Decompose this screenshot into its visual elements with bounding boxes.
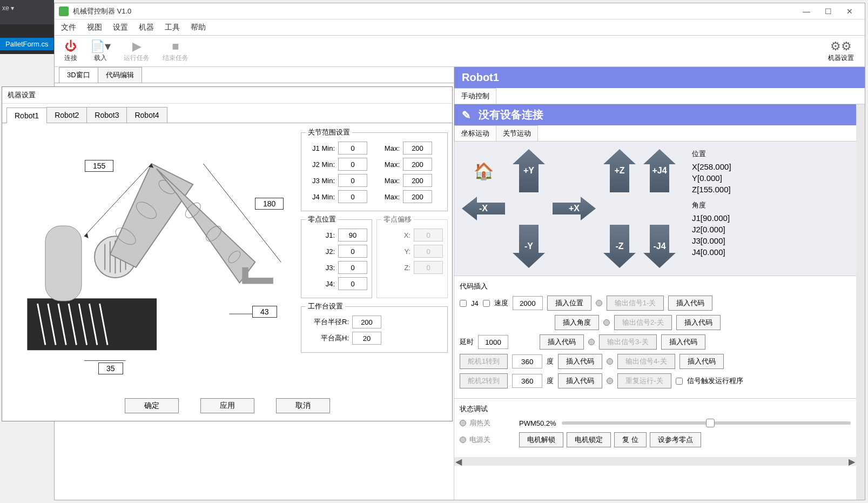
jog-panel: 🏠 -X +Y -Y +X	[454, 142, 856, 276]
dim-43: 43	[252, 306, 277, 318]
motor-unlock-button[interactable]: 电机解锁	[519, 432, 563, 447]
maximize-button[interactable]: ☐	[817, 4, 839, 19]
run-task-button[interactable]: ▶ 运行任务	[118, 37, 155, 65]
servo2-value[interactable]	[512, 374, 542, 388]
machine-settings-button[interactable]: ⚙⚙ 机器设置	[822, 37, 860, 65]
cancel-button[interactable]: 取消	[276, 398, 330, 413]
jog-plus-x[interactable]: +X	[553, 197, 596, 220]
insert-position-button[interactable]: 插入位置	[547, 296, 591, 311]
connect-button[interactable]: ⏻ 连接	[59, 37, 83, 65]
tab-manual-control[interactable]: 手动控制	[454, 88, 496, 104]
zero-j2-input[interactable]	[338, 245, 367, 258]
pencil-icon: ✎	[462, 109, 471, 122]
jog-minus-x[interactable]: -X	[462, 197, 505, 220]
servo1-button[interactable]: 舵机1转到	[460, 354, 508, 369]
set-home-button[interactable]: 设参考零点	[650, 432, 701, 447]
output-signal-1-button[interactable]: 输出信号1-关	[607, 296, 664, 311]
motor-lock-button[interactable]: 电机锁定	[567, 432, 611, 447]
menubar: 文件 视图 设置 机器 工具 帮助	[55, 19, 865, 36]
svg-rect-0	[27, 298, 157, 350]
tab-code-edit[interactable]: 代码编辑	[98, 67, 142, 83]
delay-input[interactable]	[478, 335, 508, 349]
j3-max-input[interactable]	[403, 174, 432, 187]
platform-radius-input[interactable]	[352, 316, 381, 328]
j4-min-input[interactable]	[338, 190, 367, 203]
jog-plus-j4[interactable]: +J4	[643, 149, 676, 192]
j2-min-input[interactable]	[338, 158, 367, 171]
jog-minus-z[interactable]: -Z	[603, 225, 636, 268]
robot-tab-2[interactable]: Robot2	[46, 107, 87, 123]
menu-tools[interactable]: 工具	[165, 23, 180, 32]
angle-j2: J2[0.000]	[692, 225, 731, 234]
j1-min-input[interactable]	[338, 142, 367, 155]
robot-tab-3[interactable]: Robot3	[86, 107, 127, 123]
tab-joint-motion[interactable]: 关节运动	[496, 125, 538, 141]
j4-max-input[interactable]	[403, 190, 432, 203]
reset-button[interactable]: 复 位	[614, 432, 647, 447]
speed-input[interactable]	[513, 296, 543, 310]
servo1-value[interactable]	[512, 354, 542, 368]
ide-tab[interactable]: PalletForm.cs	[0, 38, 53, 50]
angle-j3: J3[0.000]	[692, 236, 731, 245]
code-insert-panel: 代码插入 J4 速度 插入位置 输出信号1-关 插入代码 插入角度 输出信号2-…	[454, 276, 856, 398]
load-button[interactable]: 📄▾ 载入	[85, 37, 116, 65]
output-signal-3-button[interactable]: 输出信号3-关	[599, 334, 657, 350]
menu-file[interactable]: 文件	[61, 23, 76, 32]
repeat-run-button[interactable]: 重复运行-关	[617, 373, 671, 388]
j4-checkbox[interactable]	[460, 300, 467, 307]
menu-machine[interactable]: 机器	[139, 23, 154, 32]
dim-180: 180	[255, 198, 284, 210]
jog-plus-y[interactable]: +Y	[513, 149, 545, 192]
signal-trigger-checkbox[interactable]	[676, 378, 683, 385]
tab-3d-window[interactable]: 3D窗口	[59, 67, 98, 83]
j2-max-input[interactable]	[403, 158, 432, 171]
output-signal-2-button[interactable]: 输出信号2-关	[614, 315, 672, 330]
jog-plus-z[interactable]: +Z	[603, 149, 636, 192]
servo2-button[interactable]: 舵机2转到	[460, 373, 508, 388]
menu-settings[interactable]: 设置	[113, 23, 128, 32]
tab-coord-motion[interactable]: 坐标运动	[454, 125, 496, 141]
speed-checkbox[interactable]	[483, 300, 490, 307]
toolbar: ⏻ 连接 📄▾ 载入 ▶ 运行任务 ■ 结束任务 ⚙⚙ 机器设置	[55, 36, 865, 67]
insert-code-servo2-button[interactable]: 插入代码	[558, 373, 602, 388]
joint-range-fieldset: 关节范围设置 J1 Min:Max: J2 Min:Max: J3 Min:Ma…	[301, 128, 448, 211]
fan-status: 扇热关	[469, 418, 490, 428]
horizontal-scrollbar[interactable]: ◀▶	[454, 457, 856, 466]
home-icon[interactable]: 🏠	[474, 162, 494, 180]
insert-code-4-button[interactable]: 插入代码	[679, 354, 724, 369]
gear-icon: ⚙⚙	[830, 39, 852, 53]
ok-button[interactable]: 确定	[125, 398, 179, 413]
zero-j1-input[interactable]	[338, 229, 367, 242]
vertical-scrollbar[interactable]	[856, 104, 865, 500]
menu-help[interactable]: 帮助	[191, 23, 206, 32]
j1-max-input[interactable]	[403, 142, 432, 155]
minimize-button[interactable]: —	[796, 4, 817, 19]
output-signal-4-button[interactable]: 输出信号4-关	[617, 354, 675, 369]
zero-j4-input[interactable]	[338, 277, 367, 290]
insert-code-delay-button[interactable]: 插入代码	[540, 334, 584, 350]
insert-angle-button[interactable]: 插入角度	[555, 315, 599, 330]
close-button[interactable]: ✕	[839, 4, 860, 19]
svg-marker-15	[110, 164, 193, 267]
zero-j3-input[interactable]	[338, 261, 367, 274]
pwm-slider[interactable]	[562, 421, 851, 425]
robot-tab-1[interactable]: Robot1	[6, 108, 47, 123]
insert-code-servo1-button[interactable]: 插入代码	[558, 354, 602, 369]
menu-view[interactable]: 视图	[87, 23, 102, 32]
stop-task-button[interactable]: ■ 结束任务	[157, 37, 194, 65]
svg-marker-19	[157, 169, 255, 283]
robot-header: Robot1	[454, 67, 865, 88]
stop-icon: ■	[172, 39, 179, 53]
insert-code-3-button[interactable]: 插入代码	[661, 334, 705, 350]
jog-minus-j4[interactable]: -J4	[643, 225, 676, 268]
connection-banner: ✎ 没有设备连接	[454, 104, 856, 125]
jog-minus-y[interactable]: -Y	[513, 225, 545, 268]
insert-code-1-button[interactable]: 插入代码	[668, 296, 712, 311]
j3-min-input[interactable]	[338, 174, 367, 187]
angle-j4: J4[0.000]	[692, 247, 731, 257]
dialog-title: 机器设置	[2, 87, 452, 104]
robot-tab-4[interactable]: Robot4	[126, 107, 167, 123]
apply-button[interactable]: 应用	[200, 398, 254, 413]
platform-height-input[interactable]	[352, 332, 381, 345]
insert-code-2-button[interactable]: 插入代码	[676, 315, 721, 330]
